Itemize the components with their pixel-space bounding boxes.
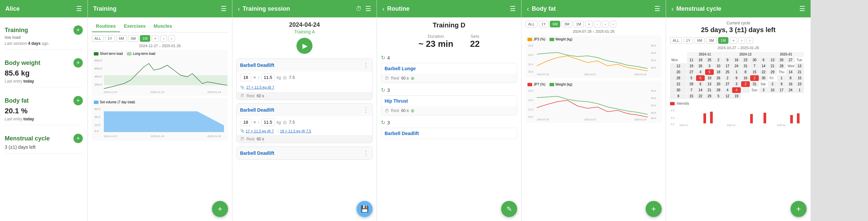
bf-filter-1y[interactable]: 1Y xyxy=(539,21,549,27)
training-add-fab[interactable]: + xyxy=(212,201,228,217)
play-button[interactable]: ▶ xyxy=(297,38,312,54)
cal-cell-highlight: 5 xyxy=(705,69,714,75)
training-header-title: Training xyxy=(93,5,117,12)
short-term-legend: Short-term load xyxy=(94,52,123,55)
session-timer-icon[interactable]: ⏱ xyxy=(356,5,362,12)
mc-filter-1y[interactable]: 1Y xyxy=(683,37,693,44)
exercise-2-header: Barbell Deadlift ⋮ xyxy=(237,104,372,116)
bf-filter-all[interactable]: ALL xyxy=(525,21,537,27)
jp7-legend-item: JP7 (%) xyxy=(527,83,546,86)
svg-text:22.0: 22.0 xyxy=(528,99,533,102)
bf-filter-3m[interactable]: 3M xyxy=(561,21,572,27)
cal-cell-highlight: 4 xyxy=(732,87,741,93)
cal-cell: 5 xyxy=(714,93,723,99)
mc-filter-1m[interactable]: 1M xyxy=(718,37,728,44)
filter-1m[interactable]: 1M xyxy=(140,35,150,42)
bf-filter-6m[interactable]: 6M xyxy=(550,21,560,27)
exercise-2-weight[interactable] xyxy=(261,118,275,126)
block3-exercise-name[interactable]: Barbell Deadlift xyxy=(381,128,517,139)
mc-filter-next[interactable]: › xyxy=(746,37,753,44)
filter-next[interactable]: › xyxy=(168,35,175,42)
training-menu-icon[interactable]: ☰ xyxy=(221,5,227,13)
filter-plus[interactable]: + xyxy=(152,35,159,42)
bf-filter-next[interactable]: › xyxy=(610,21,617,27)
exercise-1-rpe-icon: ⊙ xyxy=(283,75,287,80)
filter-3m[interactable]: 3M xyxy=(128,35,138,42)
tab-muscles[interactable]: Muscles xyxy=(150,21,176,32)
bodyfat-header-title: Body fat xyxy=(532,5,556,12)
mc-filter-prev[interactable]: ‹ xyxy=(739,37,745,44)
routine-menu-icon[interactable]: ☰ xyxy=(510,5,516,13)
filter-all[interactable]: ALL xyxy=(92,35,104,42)
bf-filter-1m[interactable]: 1M xyxy=(574,21,584,27)
exercise-1-name[interactable]: Barbell Deadlift xyxy=(240,62,274,68)
filter-prev[interactable]: ‹ xyxy=(160,35,167,42)
bodyfat-menu-icon[interactable]: ☰ xyxy=(654,5,660,13)
bodyfat-note: Last entry today. xyxy=(5,117,83,121)
block1-rest: ⏱ Rest 60 s ⊕ xyxy=(381,74,517,83)
exercise-2-sets[interactable] xyxy=(240,118,251,126)
menstrual-back-icon[interactable]: ‹ xyxy=(671,5,674,13)
menstrual-header: ‹ Menstrual cycle ☰ xyxy=(666,0,811,18)
month-dec: 2024-12 xyxy=(723,52,768,57)
bf-filter-minus[interactable]: - xyxy=(594,21,600,27)
svg-text:2024-07-28: 2024-07-28 xyxy=(537,118,549,121)
bodyfat-back-icon[interactable]: ‹ xyxy=(527,5,529,13)
exercise-card-3: Barbell Deadlift ⋮ xyxy=(236,146,373,160)
exercise-1-weight[interactable] xyxy=(261,74,275,81)
mc-filter-plus[interactable]: + xyxy=(730,37,737,44)
exercise-2-link2[interactable]: 18 × 11.5 kg @ 7.5 xyxy=(280,129,311,133)
cal-cell: 8 xyxy=(670,93,687,99)
mc-filter-all[interactable]: ALL xyxy=(670,37,682,44)
menstrual-add-fab[interactable]: + xyxy=(790,201,807,217)
routine-back-icon[interactable]: ‹ xyxy=(382,5,384,13)
cal-cell: 26 xyxy=(714,75,723,81)
exercise-2-name[interactable]: Barbell Deadlift xyxy=(240,107,274,113)
block2-rest-timer-icon: ⏱ xyxy=(384,108,389,113)
alice-menu-icon[interactable]: ☰ xyxy=(76,5,82,13)
block2-exercise-name[interactable]: Hip Thrust xyxy=(381,95,517,106)
block1-repeat-icon: ↻ xyxy=(381,55,385,61)
mc-filter-3m[interactable]: 3M xyxy=(706,37,716,44)
mc-filter-6m[interactable]: 6M xyxy=(694,37,705,44)
filter-1y[interactable]: 1Y xyxy=(105,35,115,42)
session-menu-icon[interactable]: ☰ xyxy=(365,5,371,13)
exercise-2-link1[interactable]: 17 × 11.5 kg @ 7 xyxy=(246,129,274,133)
bodyfat-add-fab[interactable]: + xyxy=(646,201,662,217)
svg-rect-45 xyxy=(750,114,753,123)
bodyweight-section: Body weight + 85.6 kg Last entry today. xyxy=(5,55,83,87)
session-save-fab[interactable]: 💾 xyxy=(356,201,373,217)
tab-routines[interactable]: Routines xyxy=(92,21,120,32)
training-tabs: Routines Exercises Muscles xyxy=(92,21,228,32)
cal-cell: 4 xyxy=(696,69,705,75)
jp3-chart-svg: 23.0 22.0 21.0 20.0 96.0 94.0 92.0 90.0 … xyxy=(527,43,661,76)
cal-cell: 23 xyxy=(741,57,750,63)
menstrual-menu-icon[interactable]: ☰ xyxy=(799,5,805,13)
block1-auto-icon: ⊕ xyxy=(411,76,415,81)
routine-edit-fab[interactable]: ✎ xyxy=(501,201,517,217)
training-note: Last session 4 days ago. xyxy=(5,41,83,46)
bodyweight-add-button[interactable]: + xyxy=(73,58,83,67)
menstrual-add-button[interactable]: + xyxy=(73,134,83,143)
exercise-2-more-icon[interactable]: ⋮ xyxy=(363,106,369,114)
session-back-icon[interactable]: ‹ xyxy=(238,5,240,13)
cal-cell: 2 xyxy=(768,81,777,87)
cycle-days-left: 25 days, 3 (±1) days left xyxy=(670,26,807,34)
tab-exercises[interactable]: Exercises xyxy=(120,21,150,32)
filter-6m[interactable]: 6M xyxy=(116,35,127,42)
training-add-button[interactable]: + xyxy=(73,25,83,35)
svg-text:2025-01-10: 2025-01-10 xyxy=(151,135,164,138)
exercise-1-link[interactable]: 17 × 11.5 kg @ 7 xyxy=(246,85,274,89)
exercise-1-sets[interactable] xyxy=(240,74,251,81)
bf-filter-prev[interactable]: ‹ xyxy=(602,21,609,27)
bf-filter-plus[interactable]: + xyxy=(585,21,593,27)
exercise-3-more-icon[interactable]: ⋮ xyxy=(363,149,369,157)
cal-cell: 22 xyxy=(759,69,768,75)
block2-auto-icon: ⊕ xyxy=(411,108,415,113)
exercise-1-more-icon[interactable]: ⋮ xyxy=(363,61,369,69)
bodyfat-add-button[interactable]: + xyxy=(73,96,83,105)
intensity-section: Intensity 4.0 3.0 2.0 2024-11 2024-12 20… xyxy=(670,102,807,127)
block1-exercise-name[interactable]: Barbell Lunge xyxy=(381,63,517,74)
cal-cell-highlight: 6 xyxy=(696,75,705,81)
exercise-3-name[interactable]: Barbell Deadlift xyxy=(240,150,274,156)
